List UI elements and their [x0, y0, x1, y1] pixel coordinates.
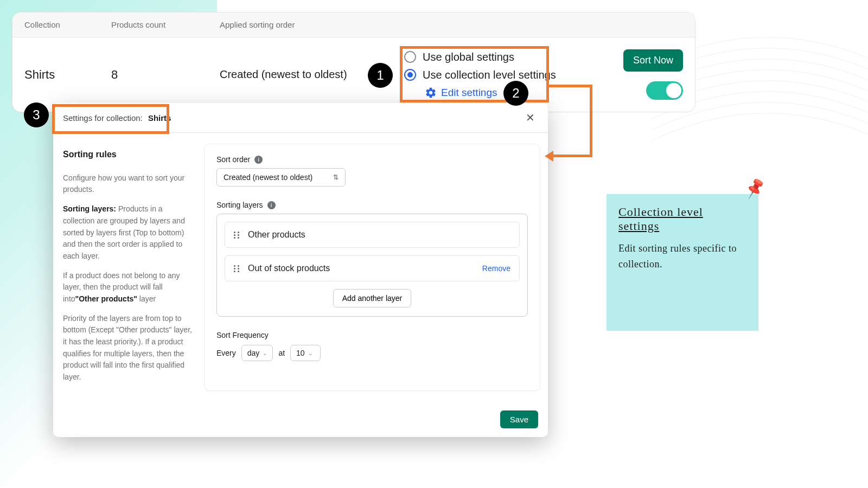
- sorting-layers-label: Sorting layers i: [216, 201, 528, 209]
- table-row: Shirts 8 Created (newest to oldest) Use …: [12, 37, 695, 112]
- collection-settings-modal: Settings for collection: Shirts ✕ Sortin…: [53, 103, 548, 437]
- arrow-head-icon: [545, 151, 553, 162]
- col-header-count: Products count: [111, 20, 220, 29]
- radio-global-label: Use global settings: [423, 51, 514, 63]
- remove-layer-link[interactable]: Remove: [482, 264, 510, 273]
- enable-toggle[interactable]: [646, 81, 683, 100]
- layer-name: Other products: [248, 230, 305, 240]
- sort-frequency-label: Sort Frequency: [216, 331, 528, 339]
- gear-icon: [425, 87, 437, 99]
- help-text: Sorting layers: Products in a collection…: [63, 203, 194, 262]
- close-icon[interactable]: ✕: [522, 111, 538, 125]
- info-icon[interactable]: i: [267, 201, 276, 209]
- step-badge-1: 1: [368, 63, 393, 88]
- cell-collection-name: Shirts: [24, 68, 111, 82]
- radio-icon: [404, 51, 416, 63]
- drag-handle-icon[interactable]: [234, 265, 240, 272]
- sort-now-button[interactable]: Sort Now: [623, 49, 683, 72]
- freq-every-label: Every: [216, 349, 236, 357]
- save-button[interactable]: Save: [500, 410, 538, 428]
- modal-title-value: Shirts: [148, 113, 171, 123]
- layer-item[interactable]: Out of stock products Remove: [225, 255, 520, 281]
- help-text: Configure how you want to sort your prod…: [63, 172, 194, 196]
- edit-settings-label: Edit settings: [441, 87, 497, 99]
- col-header-collection: Collection: [24, 20, 111, 29]
- modal-header: Settings for collection: Shirts ✕: [53, 103, 548, 133]
- sort-order-value: Created (newest to oldest): [224, 173, 312, 182]
- modal-title-label: Settings for collection:: [63, 113, 143, 123]
- step-badge-2: 2: [503, 81, 528, 106]
- sticky-note: 📌 Collection level settings Edit sorting…: [607, 194, 758, 331]
- chevron-updown-icon: ⇅: [333, 174, 339, 181]
- collections-table-card: Collection Products count Applied sortin…: [12, 12, 695, 112]
- sort-order-label: Sort order i: [216, 155, 528, 164]
- sticky-title: Collection level settings: [618, 205, 746, 233]
- info-icon[interactable]: i: [254, 156, 263, 164]
- sort-frequency-row: Every day ⌄ at 10 ⌄: [216, 345, 528, 361]
- annotation-arrow: [549, 85, 592, 87]
- step-badge-3: 3: [24, 102, 49, 127]
- freq-hour-select[interactable]: 10 ⌄: [290, 345, 321, 361]
- col-header-sort: Applied sorting order: [220, 20, 404, 29]
- add-another-layer-button[interactable]: Add another layer: [333, 289, 412, 307]
- help-text: Priority of the layers are from top to b…: [63, 313, 194, 383]
- sticky-body: Edit sorting rules specific to collectio…: [618, 241, 746, 272]
- freq-unit-select[interactable]: day ⌄: [241, 345, 273, 361]
- table-header-row: Collection Products count Applied sortin…: [12, 12, 695, 37]
- modal-right-pane: Sort order i Created (newest to oldest) …: [204, 144, 540, 391]
- toggle-knob: [666, 83, 681, 98]
- drag-handle-icon[interactable]: [234, 232, 240, 239]
- modal-footer: Save: [53, 405, 548, 437]
- modal-left-pane: Sorting rules Configure how you want to …: [53, 144, 204, 391]
- freq-at-label: at: [278, 349, 285, 357]
- layer-name: Out of stock products: [248, 264, 330, 273]
- annotation-arrow: [590, 85, 592, 157]
- radio-collection-label: Use collection level settings: [423, 69, 556, 81]
- annotation-arrow: [552, 155, 592, 157]
- radio-use-global[interactable]: Use global settings: [404, 51, 621, 63]
- layers-container: Other products Out of stock products Rem…: [216, 214, 528, 317]
- layer-item[interactable]: Other products: [225, 222, 520, 248]
- help-text: If a product does not belong to any laye…: [63, 270, 194, 305]
- chevron-down-icon: ⌄: [308, 350, 312, 356]
- sort-order-select[interactable]: Created (newest to oldest) ⇅: [216, 168, 346, 187]
- chevron-down-icon: ⌄: [263, 350, 267, 356]
- cell-product-count: 8: [111, 68, 220, 82]
- radio-icon: [404, 69, 416, 81]
- sorting-rules-heading: Sorting rules: [63, 148, 194, 162]
- radio-use-collection[interactable]: Use collection level settings: [404, 69, 621, 81]
